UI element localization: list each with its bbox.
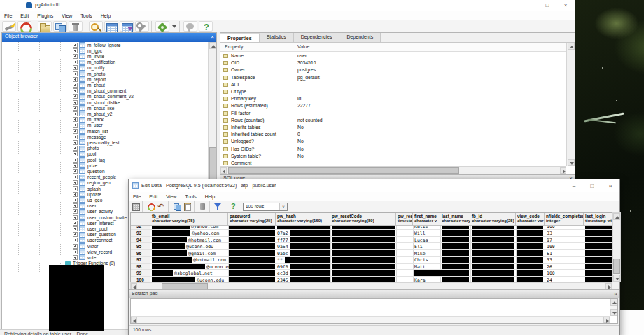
column-header-pw_rese[interactable]: pw_resetimesta xyxy=(396,213,413,226)
table-row[interactable]: 94@hotmail.comff77Lucas97 xyxy=(131,237,612,244)
expand-icon[interactable] xyxy=(73,43,78,48)
connect-server-icon[interactable] xyxy=(2,21,16,32)
expand-icon[interactable] xyxy=(73,244,78,249)
drop-object-icon[interactable] xyxy=(69,21,83,32)
scroll-right-icon[interactable] xyxy=(603,317,610,323)
expand-icon[interactable] xyxy=(73,135,78,139)
sidebar-item-m_follow_ignore[interactable]: m_follow_ignore xyxy=(73,42,120,48)
scrollbar-thumb[interactable] xyxy=(162,283,208,289)
property-row[interactable]: Fill factor xyxy=(220,110,566,117)
main-menu-help[interactable]: Help xyxy=(97,11,115,20)
expand-icon[interactable] xyxy=(73,238,78,242)
scroll-left-icon[interactable] xyxy=(131,283,137,289)
object-browser-header[interactable]: Object browser × xyxy=(2,33,216,42)
paste-icon[interactable] xyxy=(183,202,192,211)
file-options-icon[interactable] xyxy=(38,21,52,32)
table-row[interactable]: 96@gmail.com0abcMike61 xyxy=(131,250,612,257)
property-row[interactable]: Comment xyxy=(220,160,566,166)
scroll-right-icon[interactable] xyxy=(606,283,612,289)
column-header-view_code[interactable]: view_codecharacter var xyxy=(516,213,545,226)
edit-menu-file[interactable]: File xyxy=(129,192,145,201)
sidebar-item-personality_test[interactable]: personality_test xyxy=(73,139,120,145)
scroll-up-icon[interactable] xyxy=(610,299,617,306)
refresh-icon[interactable] xyxy=(18,21,31,32)
sidebar-item-pool_tag[interactable]: pool_tag xyxy=(73,157,105,163)
e-refresh-icon[interactable] xyxy=(146,202,155,211)
expand-icon[interactable] xyxy=(73,65,78,70)
expand-icon[interactable] xyxy=(73,106,78,111)
table-row[interactable]: 98@uconn.edu09f0Matt26 xyxy=(131,264,612,271)
scrollbar-thumb[interactable] xyxy=(228,168,459,174)
sidebar-item-view_record[interactable]: view_record xyxy=(73,249,112,254)
scratch-vscrollbar[interactable] xyxy=(610,299,617,316)
sidebar-item-user_custom_invite[interactable]: user_custom_invite xyxy=(73,214,127,220)
property-row[interactable]: Rows (counted)not counted xyxy=(220,117,566,124)
expand-icon[interactable] xyxy=(73,94,78,99)
close-button[interactable]: × xyxy=(601,181,620,192)
property-row[interactable]: Ownerpostgres xyxy=(220,67,566,74)
close-icon[interactable]: × xyxy=(614,291,617,298)
sidebar-item-us_geo[interactable]: us_geo xyxy=(73,197,102,203)
edit-menu-tools[interactable]: Tools xyxy=(181,192,200,201)
expand-icon[interactable] xyxy=(73,198,78,203)
tab-dependents[interactable]: Dependents xyxy=(340,33,381,42)
column-header-last_name[interactable]: last_namecharacter varyi xyxy=(440,213,470,226)
properties-hscrollbar[interactable] xyxy=(220,166,566,174)
delete-icon[interactable] xyxy=(198,202,207,211)
property-row[interactable]: System table?No xyxy=(220,153,566,160)
sidebar-item-update[interactable]: update xyxy=(73,191,102,197)
expand-icon[interactable] xyxy=(73,129,78,134)
tab-dependencies[interactable]: Dependencies xyxy=(294,33,340,42)
column-header-password[interactable]: passwordcharacter varying(25) xyxy=(228,213,276,226)
tab-statistics[interactable]: Statistics xyxy=(260,33,294,42)
sidebar-item-victor[interactable]: victor xyxy=(73,243,99,249)
expand-icon[interactable] xyxy=(73,100,78,105)
properties-vscrollbar[interactable] xyxy=(566,43,575,166)
minimize-button[interactable]: – xyxy=(565,181,583,192)
main-menu-tools[interactable]: Tools xyxy=(76,11,96,20)
scroll-left-icon[interactable] xyxy=(220,168,227,174)
expand-icon[interactable] xyxy=(73,111,78,116)
view-table-icon[interactable] xyxy=(104,21,118,32)
property-row[interactable]: Has OIDs?No xyxy=(220,146,566,153)
edit-menu-help[interactable]: Help xyxy=(201,192,219,201)
sidebar-item-match_list[interactable]: match_list xyxy=(73,128,108,134)
dropdown-arrow-icon[interactable] xyxy=(171,21,177,32)
sidebar-item-m_track[interactable]: m_track xyxy=(73,117,104,123)
scroll-up-icon[interactable] xyxy=(568,43,575,50)
sidebar-item-region_geo[interactable]: region_geo xyxy=(73,180,111,186)
scroll-down-icon[interactable] xyxy=(613,275,620,282)
expand-icon[interactable] xyxy=(73,77,78,82)
property-row[interactable]: Unlogged?No xyxy=(220,138,566,145)
sidebar-item-prize[interactable]: prize xyxy=(73,163,97,168)
query-tool-icon[interactable] xyxy=(135,21,149,32)
sidebar-item-m_shout[interactable]: m_shout xyxy=(73,82,105,88)
data-grid[interactable]: fb_emailcharacter varying(75)passwordcha… xyxy=(130,212,612,282)
edit-menu-view[interactable]: View xyxy=(162,192,181,201)
edit-titlebar[interactable]: Edit Data - PostgreSQL 9.5 (localhost:54… xyxy=(129,179,620,192)
expand-icon[interactable] xyxy=(73,140,78,145)
sidebar-item-m_photo[interactable]: m_photo xyxy=(73,71,105,76)
maximize-button[interactable]: □ xyxy=(538,0,556,11)
expand-icon[interactable] xyxy=(73,71,78,76)
sidebar-item-user_activity[interactable]: user_activity xyxy=(73,209,113,214)
chevron-down-icon[interactable]: ∨ xyxy=(279,203,287,210)
view-data-icon[interactable] xyxy=(89,21,103,32)
table-row[interactable]: 95@uconn.edu9a54Eli100 xyxy=(131,243,612,250)
table-row[interactable]: 93@yahoo.com07a2Will33 xyxy=(131,230,612,237)
property-row[interactable]: Rows (estimated)22277 xyxy=(220,102,566,109)
main-titlebar[interactable]: pgAdmin III – □ × xyxy=(0,0,575,11)
undo-icon[interactable] xyxy=(157,202,166,211)
expand-icon[interactable] xyxy=(73,226,78,231)
e-help-icon[interactable] xyxy=(229,202,238,211)
sidebar-item-m_notify[interactable]: m_notify xyxy=(73,65,105,71)
close-button[interactable]: × xyxy=(556,0,575,11)
column-header-nfields_completed[interactable]: nfields_completedinteger xyxy=(545,213,584,226)
expand-icon[interactable] xyxy=(73,60,78,64)
sidebar-item-userconnect[interactable]: userconnect xyxy=(73,238,112,243)
sidebar-item-question[interactable]: question xyxy=(73,168,105,174)
property-row[interactable]: ACL xyxy=(220,81,566,88)
column-header-pw_hash[interactable]: pw_hashcharacter varying(160) xyxy=(276,213,330,226)
e-copy-icon[interactable] xyxy=(172,202,181,211)
property-row[interactable]: Primary keyid xyxy=(220,95,566,102)
